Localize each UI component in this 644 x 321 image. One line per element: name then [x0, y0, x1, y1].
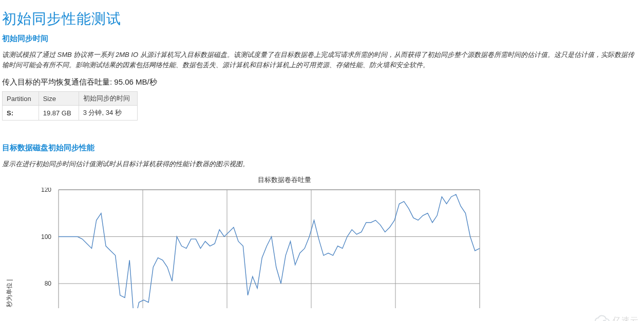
throughput-chart: 目标数据卷吞吐量 12010080秒为单位 |: [2, 175, 644, 308]
cell-size: 19.87 GB: [39, 106, 79, 121]
watermark-text: 亿速云: [613, 315, 639, 322]
section1-title: 初始同步时间: [2, 34, 644, 44]
table-header-partition: Partition: [3, 92, 39, 106]
cloud-icon: [594, 315, 610, 321]
chart-title: 目标数据卷吞吐量: [2, 175, 526, 185]
svg-text:120: 120: [41, 188, 51, 193]
table-header-time: 初始同步的时间: [79, 92, 137, 106]
table-header-size: Size: [39, 92, 79, 106]
table-row: S: 19.87 GB 3 分钟, 34 秒: [3, 106, 138, 121]
cell-partition: S:: [3, 106, 39, 121]
section2-title: 目标数据磁盘初始同步性能: [2, 143, 644, 153]
sync-time-table: Partition Size 初始同步的时间 S: 19.87 GB 3 分钟,…: [2, 91, 138, 121]
throughput-metric: 传入目标的平均恢复通信吞吐量: 95.06 MB/秒: [2, 77, 644, 87]
page-title: 初始同步性能测试: [2, 9, 644, 29]
cell-time: 3 分钟, 34 秒: [79, 106, 137, 121]
svg-text:秒为单位 |: 秒为单位 |: [6, 279, 13, 307]
watermark: 亿速云: [594, 315, 639, 321]
section1-description: 该测试模拟了通过 SMB 协议将一系列 2MB IO 从源计算机写入目标数据磁盘…: [2, 50, 639, 70]
section2-description: 显示在进行初始同步时间估计值测试时从目标计算机获得的性能计数器的图示视图。: [2, 159, 639, 169]
svg-text:80: 80: [45, 280, 52, 287]
svg-text:100: 100: [41, 233, 51, 240]
